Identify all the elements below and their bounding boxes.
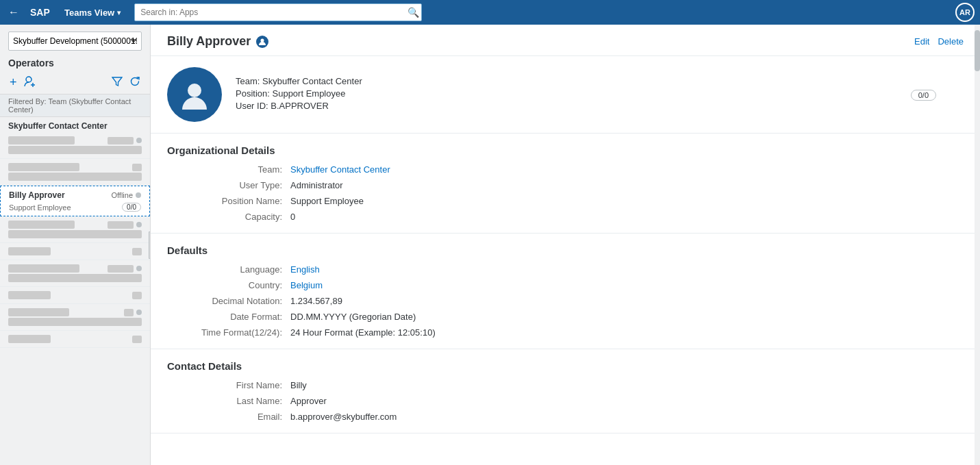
defaults-section: Defaults Language: English Country: Belg…	[151, 234, 980, 349]
user-team-row: Team: Skybuffer Contact Center	[236, 76, 897, 86]
user-card: Team: Skybuffer Contact Center Position:…	[151, 56, 980, 134]
add-operator-button[interactable]: +	[8, 74, 18, 91]
operators-list: Skybuffer Contact Center ██████████ ██ █…	[0, 117, 150, 465]
back-button[interactable]: ←	[5, 5, 22, 20]
tenant-dropdown[interactable]: Skybuffer Development (50000019)	[8, 32, 142, 51]
contact-fields-grid: First Name: Billy Last Name: Approver Em…	[167, 380, 964, 422]
app-title-text: Teams View	[64, 8, 114, 18]
contact-section-title: Contact Details	[167, 360, 964, 372]
refresh-icon	[129, 76, 140, 90]
action-links: Edit Delete	[914, 36, 964, 47]
list-item[interactable]: ████████ ██	[0, 287, 150, 304]
operator-status-text: Offline	[111, 191, 133, 199]
field-label: Capacity:	[167, 212, 290, 222]
operator-capacity: ███ ██	[108, 221, 134, 229]
search-icon: 🔍	[407, 7, 419, 18]
detail-panel: Billy Approver Edit Delete	[151, 25, 980, 465]
status-indicator	[136, 138, 142, 143]
list-item[interactable]: ██████ ██████ ███ ██ ███████	[0, 216, 150, 243]
add-user-button[interactable]	[23, 75, 38, 90]
field-value-position: Support Employee	[290, 196, 964, 206]
field-value-team: Skybuffer Contact Center	[290, 164, 964, 175]
field-label: First Name:	[167, 380, 290, 390]
list-item-billy-approver[interactable]: Billy Approver Offline Support Employee …	[0, 186, 150, 216]
field-value-firstname: Billy	[290, 380, 964, 390]
edit-button[interactable]: Edit	[914, 36, 929, 47]
userid-value: B.APPROVER	[271, 101, 329, 111]
detail-title: Billy Approver	[167, 34, 909, 49]
operator-name: █████ ██████	[8, 308, 69, 316]
field-label: Decimal Notation:	[167, 296, 290, 306]
user-position-row: Position: Support Employee	[236, 88, 897, 99]
org-section-title: Organizational Details	[167, 144, 964, 156]
field-value-decimal: 1.234.567,89	[290, 296, 964, 306]
field-label: Email:	[167, 412, 290, 422]
position-label: Position:	[236, 88, 270, 99]
field-value-language: English	[290, 264, 964, 275]
sap-logo: SAP	[27, 5, 56, 19]
list-item[interactable]: █████ ██████ ██ ███	[0, 304, 150, 331]
svg-point-2	[26, 77, 32, 82]
operator-capacity: ██	[132, 248, 142, 255]
delete-button[interactable]: Delete	[938, 36, 964, 47]
search-icon-button[interactable]: 🔍	[407, 7, 419, 18]
operators-header: Operators	[0, 55, 150, 71]
add-user-icon	[24, 76, 36, 89]
field-label: Country:	[167, 280, 290, 290]
list-item[interactable]: ████ █████████ ███ ██ ███████	[0, 260, 150, 287]
operator-name: Billy Approver	[9, 190, 65, 200]
user-avatar[interactable]: AR	[955, 3, 975, 22]
operator-capacity: ███ ██	[108, 265, 134, 273]
svg-point-6	[188, 84, 201, 97]
user-info: Team: Skybuffer Contact Center Position:…	[236, 76, 897, 113]
position-value: Support Employee	[273, 88, 346, 99]
search-bar: 🔍	[134, 3, 422, 21]
status-indicator	[136, 192, 141, 198]
scrollbar-track	[975, 25, 980, 465]
svg-text:SAP: SAP	[30, 7, 50, 18]
operator-name: ██████████ ██	[8, 136, 75, 144]
app-header: ← SAP Teams View ▾ 🔍 AR	[0, 0, 980, 25]
operators-toolbar: +	[0, 71, 150, 94]
operator-name: ███████ ██████	[8, 163, 79, 171]
list-item[interactable]: ████████ ██	[0, 243, 150, 260]
operator-capacity: ███ ██	[108, 137, 134, 144]
field-label: User Type:	[167, 180, 290, 190]
operator-role: ███	[8, 318, 142, 326]
status-indicator	[136, 310, 142, 315]
refresh-button[interactable]	[128, 75, 142, 91]
search-input[interactable]	[134, 3, 422, 21]
status-indicator	[136, 222, 142, 227]
field-value-lastname: Approver	[290, 396, 964, 406]
operator-capacity: ██	[132, 336, 142, 343]
filter-icon	[112, 77, 123, 89]
field-value-country: Belgium	[290, 280, 964, 290]
list-item[interactable]: ██████████ ██ ███ ██ ████████	[0, 132, 150, 159]
left-panel: Skybuffer Development (50000019) Operato…	[0, 25, 151, 465]
title-chevron-icon: ▾	[117, 9, 121, 16]
operator-name: ████████	[8, 335, 51, 343]
operator-role: Support Employee	[9, 203, 71, 212]
field-value-email: b.approver@skybuffer.com	[290, 412, 964, 422]
field-value-dateformat: DD.MM.YYYY (Gregorian Date)	[290, 312, 964, 322]
status-indicator	[136, 266, 142, 271]
field-label: Team:	[167, 164, 290, 175]
list-item[interactable]: ███████ ██████ ██ █████████	[0, 159, 150, 186]
app-title: Teams View ▾	[64, 8, 121, 18]
team-value: Skybuffer Contact Center	[262, 76, 362, 86]
list-item[interactable]: ████████ ██	[0, 331, 150, 348]
operator-capacity: ██	[124, 309, 134, 316]
person-icon	[256, 36, 268, 48]
operator-name: ████████	[8, 247, 51, 255]
tenant-dropdown-row: Skybuffer Development (50000019)	[0, 25, 150, 55]
svg-point-5	[261, 38, 264, 42]
group-header: Skybuffer Contact Center	[0, 117, 150, 132]
field-label: Language:	[167, 264, 290, 275]
org-section: Organizational Details Team: Skybuffer C…	[151, 134, 980, 234]
team-label: Team:	[236, 76, 260, 86]
filtered-by-bar: Filtered By: Team (Skybuffer Contact Cen…	[0, 94, 150, 117]
operator-role: ███████	[8, 230, 142, 238]
field-label: Time Format(12/24):	[167, 327, 290, 338]
field-value-usertype: Administrator	[290, 180, 964, 190]
filter-button[interactable]	[110, 75, 124, 90]
